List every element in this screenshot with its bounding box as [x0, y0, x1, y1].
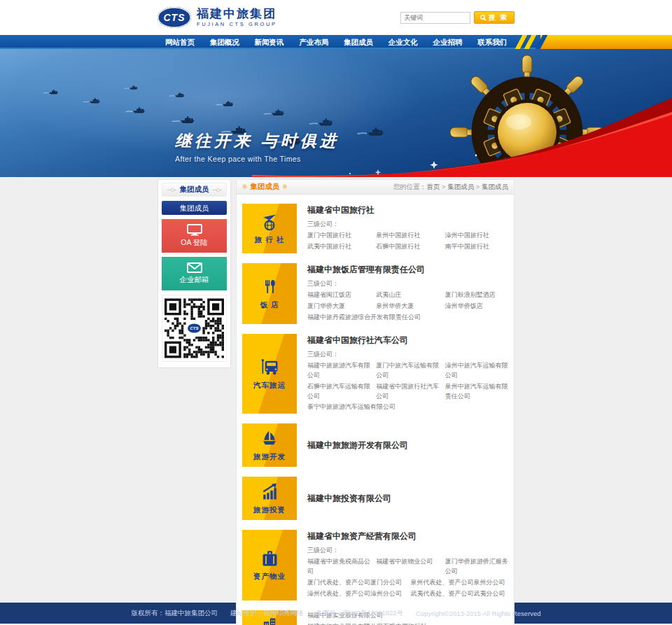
footer-text: 备案号：闽ICP备12021822号	[316, 609, 403, 618]
breadcrumb: 您的位置：首页 > 集团成员 > 集团成员	[393, 183, 508, 192]
member-item: 饭 店福建中旅饭店管理有限责任公司三级公司：福建省闽江饭店武夷山庄厦门鼓浪别墅酒…	[242, 263, 508, 324]
tile-label: 资产物业	[253, 572, 286, 582]
nav-item[interactable]: 集团概况	[202, 35, 247, 49]
company-name: 厦门华侨旅游侨汇服务公司	[445, 557, 508, 577]
member-category-tile[interactable]: 资产物业	[242, 530, 297, 601]
footer-text: 版权所有：福建中旅集团公司	[131, 609, 218, 618]
company-row: 福建省中旅免税商品公司福建省中旅物业公司厦门华侨旅游侨汇服务公司	[307, 557, 508, 577]
company-row: 漳州代表处、资产公司漳州分公司武夷代表处、资产公司武夷分公司	[307, 589, 508, 599]
company-name: 福建省中国旅行社汽车公司	[376, 382, 439, 402]
company-name: 福建中旅旅游汽车有限公司	[307, 361, 370, 381]
company-name: 泰宁中旅旅游汽车运输有限公司	[307, 402, 508, 412]
red-ribbon-decoration	[252, 91, 672, 177]
member-item: 旅游投资福建中旅投资有限公司	[242, 477, 508, 520]
member-detail: 福建中旅饭店管理有限责任公司三级公司：福建省闽江饭店武夷山庄厦门鼓浪别墅酒店厦门…	[307, 263, 508, 324]
nav-menu: 网站首页集团概况新闻资讯产业布局集团成员企业文化企业招聘联系我们	[158, 35, 514, 49]
sailboat-icon	[260, 429, 279, 449]
title-decoration	[167, 190, 176, 190]
company-row: 厦门代表处、资产公司厦门分公司泉州代表处、资产公司泉州分公司	[307, 578, 508, 588]
member-sub-label: 三级公司：	[307, 350, 508, 359]
nav-item[interactable]: 网站首页	[158, 35, 202, 49]
chart-icon	[260, 482, 279, 502]
company-name: 泉州中旅汽车运输有限责任公司	[445, 382, 508, 402]
company-name: 武夷代表处、资产公司武夷分公司	[411, 589, 509, 599]
company-name: 武夷中国旅行社	[307, 242, 370, 252]
breadcrumb-separator: >	[474, 183, 482, 190]
company-name: 石狮中旅汽车运输有限公司	[307, 382, 370, 402]
sidebar-title: 集团成员	[162, 183, 227, 197]
nav-item[interactable]: 集团成员	[336, 35, 381, 49]
company-name: 福建中旅丹霞旅游综合开发有限责任公司	[307, 313, 508, 323]
member-title: 福建省中国旅行社汽车公司	[307, 335, 508, 346]
nav-item[interactable]: 联系我们	[470, 35, 514, 49]
main-navigation: 网站首页集团概况新闻资讯产业布局集团成员企业文化企业招聘联系我们	[0, 35, 672, 49]
company-row: 福建省闽江饭店武夷山庄厦门鼓浪别墅酒店	[307, 290, 508, 300]
member-item: 旅游开发福建中旅旅游开发有限公司	[242, 423, 508, 467]
member-category-tile[interactable]: 旅游开发	[242, 423, 297, 467]
nav-orange-bar	[540, 35, 672, 49]
company-name: 漳州华侨饭店	[445, 302, 508, 311]
breadcrumb-link[interactable]: 集团成员	[482, 183, 508, 190]
company-row: 武夷中国旅行社石狮中国旅行社南平中国旅行社	[307, 242, 508, 252]
company-name: 厦门中国旅行社	[307, 231, 370, 241]
company-row: 福建中旅实业股份有限公司石狮中国旅行社	[307, 622, 508, 625]
company-name: 漳州中旅汽车运输有限公司	[445, 361, 508, 381]
cts-logo-icon: CTS	[158, 7, 191, 28]
member-category-tile[interactable]: 汽车旅运	[242, 334, 297, 414]
oa-login-label: OA 登陆	[181, 238, 208, 248]
search-input[interactable]	[400, 12, 470, 24]
content-header: ※ 集团成员 ※ 您的位置：首页 > 集团成员 > 集团成员	[237, 180, 514, 195]
nav-item[interactable]: 企业文化	[381, 35, 426, 49]
bus-icon	[260, 358, 279, 377]
footer-text: 建站维护：福州印秀网络	[230, 609, 304, 618]
member-detail: 福建中旅投资有限公司	[307, 477, 508, 520]
nav-item[interactable]: 新闻资讯	[247, 35, 292, 49]
company-name: 厦门代表处、资产公司厦门分公司	[307, 578, 405, 588]
company-name: 福建省中旅物业公司	[376, 557, 439, 577]
search-button[interactable]: 搜 索	[474, 11, 514, 24]
member-category-tile[interactable]: 饭 店	[242, 263, 297, 324]
footer-text: Copyright©2013-2015 All Rights Reserved	[416, 610, 541, 617]
member-detail: 福建省中国旅行社汽车公司三级公司：福建中旅旅游汽车有限公司厦门中旅汽车运输有限公…	[307, 334, 508, 414]
page-title-label: 集团成员	[250, 182, 279, 192]
content-column: ※ 集团成员 ※ 您的位置：首页 > 集团成员 > 集团成员 旅 行 社福建省中…	[236, 179, 514, 625]
member-list: 旅 行 社福建省中国旅行社三级公司：厦门中国旅行社泉州中国旅行社漳州中国旅行社武…	[237, 195, 514, 625]
hotel-icon	[261, 277, 278, 297]
member-detail: 福建省中旅资产经营有限公司三级公司：福建省中旅免税商品公司福建省中旅物业公司厦门…	[307, 530, 508, 601]
nav-item[interactable]: 企业招聘	[426, 35, 470, 49]
tile-label: 旅游开发	[253, 452, 286, 462]
member-title: 福建省中国旅行社	[307, 204, 508, 216]
company-name: 厦门华侨大厦	[307, 302, 370, 311]
member-sub-label: 三级公司：	[307, 279, 508, 288]
envelope-icon	[187, 262, 202, 273]
company-name: 漳州中国旅行社	[445, 231, 508, 241]
company-name: 厦门中旅汽车运输有限公司	[376, 361, 439, 381]
member-item: 汽车旅运福建省中国旅行社汽车公司三级公司：福建中旅旅游汽车有限公司厦门中旅汽车运…	[242, 334, 508, 414]
tile-label: 汽车旅运	[253, 381, 286, 391]
oa-login-button[interactable]: OA 登陆	[162, 219, 227, 253]
company-name: 厦门鼓浪别墅酒店	[445, 290, 508, 300]
title-mark-icon: ※	[282, 183, 287, 190]
member-item: 旅 行 社福建省中国旅行社三级公司：厦门中国旅行社泉州中国旅行社漳州中国旅行社武…	[242, 204, 508, 253]
brand-logo[interactable]: CTS 福建中旅集团 FUJIAN CTS GROUP	[158, 7, 277, 28]
company-name: 福建省中旅免税商品公司	[307, 557, 370, 577]
tile-label: 饭 店	[260, 300, 279, 310]
member-title: 福建中旅投资有限公司	[307, 493, 391, 505]
sidebar-item-members[interactable]: 集团成员	[162, 201, 227, 215]
search-button-label: 搜 索	[489, 13, 508, 22]
tile-label: 旅游投资	[253, 505, 286, 515]
title-decoration	[213, 190, 222, 190]
company-name: 南平中国旅行社	[445, 242, 508, 252]
member-category-tile[interactable]: 旅游投资	[242, 477, 297, 520]
sidebar-title-label: 集团成员	[180, 185, 209, 195]
member-category-tile[interactable]: 旅 行 社	[242, 204, 297, 253]
member-title: 福建中旅饭店管理有限责任公司	[307, 264, 508, 276]
main-area: 集团成员 集团成员 OA 登陆	[0, 177, 672, 603]
breadcrumb-links: 首页 > 集团成员 > 集团成员	[426, 183, 508, 190]
nav-item[interactable]: 产业布局	[291, 35, 336, 49]
enterprise-mail-button[interactable]: 企业邮箱	[162, 257, 227, 290]
briefcase-icon	[260, 549, 279, 568]
member-detail: 福建省中国旅行社三级公司：厦门中国旅行社泉州中国旅行社漳州中国旅行社武夷中国旅行…	[307, 204, 508, 253]
breadcrumb-link[interactable]: 首页	[426, 183, 440, 190]
breadcrumb-link[interactable]: 集团成员	[447, 183, 474, 190]
